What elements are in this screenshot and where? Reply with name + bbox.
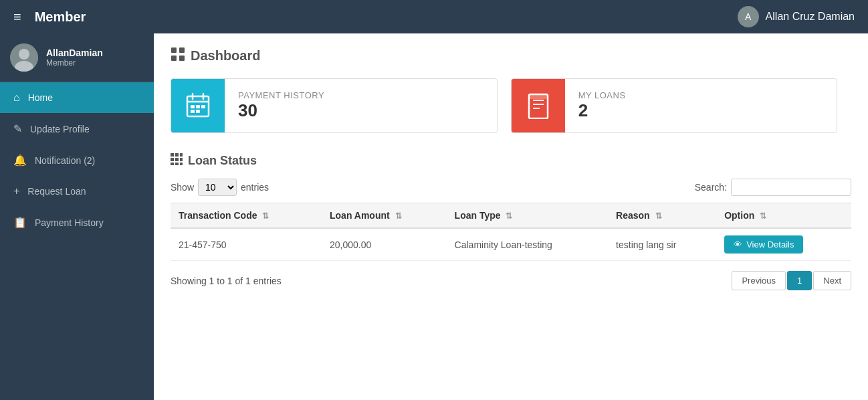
home-icon: ⌂ [13,92,20,104]
previous-button[interactable]: Previous [732,271,786,290]
navbar-avatar: A [738,6,759,27]
navbar: ≡ Member A Allan Cruz Damian [0,0,868,33]
table-controls: Show 10 25 50 100 entries Search: [171,179,851,196]
cell-reason: testing lang sir [608,228,716,261]
search-input[interactable] [731,179,851,196]
next-button[interactable]: Next [813,271,851,290]
svg-rect-3 [171,47,177,53]
cell-loan-type: Calaminity Loan-testing [447,228,609,261]
my-loans-icon [512,79,565,132]
content-area: Dashboard [154,33,868,400]
col-loan-amount[interactable]: Loan Amount ⇅ [322,203,447,229]
my-loans-label: MY LOANS [578,90,626,100]
svg-rect-27 [171,163,174,165]
svg-rect-4 [179,47,185,53]
sidebar-user-role: Member [46,58,103,68]
main-container: AllanDamian Member ⌂ Home ✎ Update Profi… [0,33,868,400]
loan-status-table: Transaction Code ⇅ Loan Amount ⇅ Loan Ty… [171,203,851,261]
table-header-row: Transaction Code ⇅ Loan Amount ⇅ Loan Ty… [171,203,851,229]
sidebar-user-info: AllanDamian Member [0,33,154,82]
navbar-username: Allan Cruz Damian [766,11,855,23]
svg-rect-29 [180,163,183,165]
svg-rect-24 [171,158,174,161]
col-option[interactable]: Option ⇅ [716,203,851,229]
payment-history-label: PAYMENT HISTORY [238,90,324,100]
sidebar-item-update-profile[interactable]: ✎ Update Profile [0,113,154,144]
pagination-buttons: Previous 1 Next [732,271,851,290]
sidebar-item-payment-history[interactable]: 📋 Payment History [0,207,154,238]
page-title: Dashboard [171,47,851,65]
sidebar-user-name: AllanDamian [46,47,103,58]
sidebar-item-notification[interactable]: 🔔 Notification (2) [0,144,154,176]
view-details-button[interactable]: 👁 View Details [724,235,803,254]
navbar-user: A Allan Cruz Damian [738,6,855,27]
payment-history-body: PAYMENT HISTORY 30 [225,84,338,128]
svg-rect-14 [191,110,195,113]
showing-text: Showing 1 to 1 of 1 entries [171,276,282,286]
sort-icon-type: ⇅ [506,211,512,221]
sidebar: AllanDamian Member ⌂ Home ✎ Update Profi… [0,33,154,400]
sort-icon-amount: ⇅ [395,211,402,221]
stats-row: PAYMENT HISTORY 30 MY LOANS [171,78,851,133]
my-loans-value: 2 [578,100,626,121]
show-entries: Show 10 25 50 100 entries [171,179,269,196]
svg-rect-6 [179,56,185,61]
svg-rect-23 [180,153,183,157]
calendar-icon: 📋 [13,216,27,229]
pagination-row: Showing 1 to 1 of 1 entries Previous 1 N… [171,271,851,290]
cell-loan-amount: 20,000.00 [322,228,447,261]
svg-rect-28 [175,163,179,165]
sort-icon-transaction: ⇅ [262,211,269,221]
table-body: 21-457-750 20,000.00 Calaminity Loan-tes… [171,228,851,261]
hamburger-menu[interactable]: ≡ [13,9,21,25]
entries-select[interactable]: 10 25 50 100 [198,179,237,196]
sidebar-label-payment-history: Payment History [35,217,104,228]
svg-rect-5 [171,56,177,61]
sidebar-label-home: Home [28,92,53,103]
dashboard-icon [171,47,185,65]
grid-icon [171,153,183,169]
sort-icon-option: ⇅ [760,211,766,221]
page-1-button[interactable]: 1 [787,271,812,290]
stat-card-my-loans: MY LOANS 2 [511,78,838,133]
search-box: Search: [695,179,851,196]
svg-rect-20 [529,94,548,99]
svg-rect-26 [180,158,183,161]
sidebar-item-request-loan[interactable]: + Request Loan [0,176,154,207]
col-transaction-code[interactable]: Transaction Code ⇅ [171,203,322,229]
pencil-icon: ✎ [13,122,22,135]
svg-rect-22 [175,153,179,157]
svg-rect-21 [171,153,174,157]
svg-rect-25 [175,158,179,161]
svg-rect-12 [196,105,200,108]
payment-history-icon [171,79,225,132]
col-loan-type[interactable]: Loan Type ⇅ [447,203,609,229]
sidebar-label-update-profile: Update Profile [30,124,90,134]
sidebar-item-home[interactable]: ⌂ Home [0,82,154,113]
payment-history-value: 30 [238,100,324,121]
search-label: Search: [695,182,727,193]
svg-rect-13 [201,105,205,108]
sort-icon-reason: ⇅ [655,211,662,221]
bell-icon: 🔔 [13,154,27,167]
svg-rect-15 [196,110,200,113]
brand-title: Member [35,9,86,25]
table-row: 21-457-750 20,000.00 Calaminity Loan-tes… [171,228,851,261]
col-reason[interactable]: Reason ⇅ [608,203,716,229]
loan-status-title: Loan Status [171,153,851,169]
sidebar-menu: ⌂ Home ✎ Update Profile 🔔 Notification (… [0,82,154,238]
cell-transaction-code: 21-457-750 [171,228,322,261]
svg-point-1 [19,49,29,60]
plus-icon: + [13,185,19,197]
sidebar-label-request-loan: Request Loan [27,186,86,197]
cell-option: 👁 View Details [716,228,851,261]
sidebar-user-details: AllanDamian Member [46,47,103,68]
eye-icon: 👁 [734,239,742,249]
svg-rect-11 [191,105,195,108]
my-loans-body: MY LOANS 2 [565,84,639,128]
sidebar-avatar [10,43,38,72]
stat-card-payment-history: PAYMENT HISTORY 30 [171,78,498,133]
sidebar-label-notification: Notification (2) [35,155,95,166]
